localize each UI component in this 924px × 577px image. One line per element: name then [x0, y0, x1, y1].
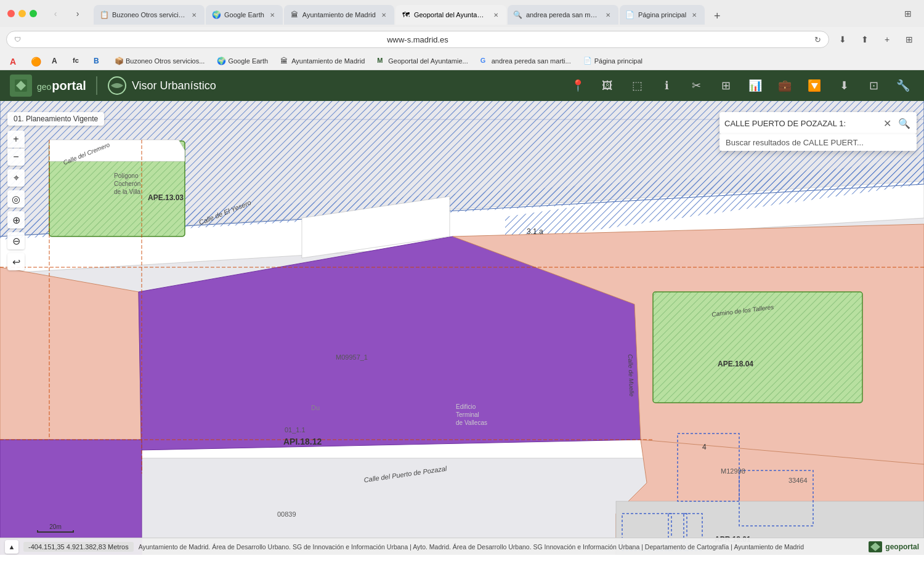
layer-label[interactable]: 01. Planeamiento Vigente: [7, 112, 104, 126]
tab-favicon-buzoneo: 📋: [100, 10, 108, 19]
search-input[interactable]: [724, 119, 877, 128]
tab-bar: 📋 Buzoneo Otros servicios... ✕ 🌍 Google …: [94, 2, 892, 25]
logo-geo-text: geo: [37, 82, 51, 92]
download-button[interactable]: ⬇: [834, 31, 851, 48]
status-bar: ▲ -404.151,35 4.921.382,83 Metros Ayunta…: [0, 538, 924, 555]
minimize-window-button[interactable]: [18, 10, 26, 17]
bookmark-ayuntamiento[interactable]: 🏛 Ayuntamiento de Madrid: [275, 54, 370, 68]
new-tab-button[interactable]: +: [708, 7, 726, 25]
tab-favicon-google-earth: 🌍: [212, 10, 221, 19]
left-controls: 01. Planeamiento Vigente + − ⌖ ◎ ⊕ ⊖ ↩: [7, 112, 104, 270]
bookmark-favicon-2: 🟠: [31, 57, 39, 65]
tab-close-andrea[interactable]: ✕: [604, 10, 612, 19]
tab-ayuntamiento[interactable]: 🏛 Ayuntamiento de Madrid ✕: [284, 5, 394, 25]
close-window-button[interactable]: [7, 10, 15, 17]
reload-button[interactable]: ↻: [814, 35, 821, 44]
bookmark-item-2[interactable]: 🟠: [26, 54, 44, 68]
bookmark-favicon-pagina2: 📄: [583, 57, 592, 65]
zoom-controls: + −: [7, 131, 104, 166]
search-box: ✕ 🔍: [719, 112, 917, 134]
nav-photo-button[interactable]: 🖼: [596, 75, 618, 97]
title-divider: [96, 76, 97, 95]
bookmark-pagina[interactable]: 📄 Página principal: [578, 54, 647, 68]
search-dropdown[interactable]: Buscar resultados de CALLE PUERT...: [719, 134, 917, 151]
nav-location-button[interactable]: 📍: [567, 75, 589, 97]
compass-button[interactable]: ◎: [7, 190, 25, 208]
logo-text: geo portal: [37, 79, 86, 93]
north-button[interactable]: ⌖: [7, 169, 25, 187]
tab-title-geoportal: Geoportal del Ayuntamie...: [414, 11, 488, 18]
search-clear-button[interactable]: ✕: [881, 117, 893, 129]
bookmark-favicon-5: B: [94, 57, 102, 65]
nav-select-button[interactable]: ⊡: [862, 75, 885, 97]
status-expand-button[interactable]: ▲: [5, 540, 18, 554]
bookmark-item-3[interactable]: A: [47, 54, 65, 68]
title-bar: ‹ › 📋 Buzoneo Otros servicios... ✕ 🌍 Goo…: [0, 0, 924, 27]
tab-geoportal[interactable]: 🗺 Geoportal del Ayuntamie... ✕: [395, 5, 506, 25]
bookmark-favicon-1: A: [10, 57, 18, 65]
browser-window: ‹ › 📋 Buzoneo Otros servicios... ✕ 🌍 Goo…: [0, 0, 924, 555]
search-button[interactable]: 🔍: [897, 116, 912, 131]
nav-settings-button[interactable]: 🔧: [892, 75, 914, 97]
nav-info-button[interactable]: ℹ: [655, 75, 678, 97]
nav-grid-button[interactable]: ⊞: [715, 75, 737, 97]
maximize-window-button[interactable]: [30, 10, 37, 17]
plus-circle-button[interactable]: ⊕: [7, 211, 25, 228]
tab-close-ayuntamiento[interactable]: ✕: [379, 10, 388, 19]
logo-portal-text: portal: [52, 79, 86, 93]
scale-bar: 20m: [37, 523, 74, 533]
add-bookmark-button[interactable]: +: [878, 31, 896, 48]
bookmark-label-google-earth: Google Earth: [228, 57, 268, 65]
url-display: www-s.madrid.es: [26, 35, 809, 44]
back-button[interactable]: ‹: [47, 5, 64, 22]
share-button[interactable]: ⬆: [856, 31, 873, 48]
minus-circle-button[interactable]: ⊖: [7, 232, 25, 249]
app-nav: geo portal Visor Urbanístico 📍 🖼 ⬚ ℹ ✂ ⊞…: [0, 70, 924, 101]
status-info-text: Ayuntamiento de Madrid. Área de Desarrol…: [139, 543, 864, 551]
bookmark-andrea[interactable]: G andrea pereda san marti...: [476, 54, 576, 68]
nav-briefcase-button[interactable]: 💼: [774, 75, 796, 97]
nav-filter-button[interactable]: 🔽: [803, 75, 825, 97]
nav-cut-button[interactable]: ✂: [685, 75, 707, 97]
nav-chart-button[interactable]: 📊: [744, 75, 766, 97]
bookmark-item-1[interactable]: A: [5, 54, 23, 68]
tab-buzoneo[interactable]: 📋 Buzoneo Otros servicios... ✕: [94, 5, 205, 25]
tab-favicon-andrea: 🔍: [514, 10, 522, 19]
tab-close-google-earth[interactable]: ✕: [268, 10, 277, 19]
bookmark-favicon-google-earth: 🌍: [217, 57, 225, 65]
zoom-out-button[interactable]: −: [7, 148, 25, 166]
scale-line: [37, 530, 74, 533]
bookmark-favicon-buzoneo: 📦: [115, 57, 123, 65]
nav-download-button[interactable]: ⬇: [833, 75, 855, 97]
tab-title-andrea: andrea pereda san marti...: [526, 11, 600, 18]
tab-andrea[interactable]: 🔍 andrea pereda san marti... ✕: [508, 5, 618, 25]
bookmark-geoportal[interactable]: M Geoportal del Ayuntamie...: [372, 54, 472, 68]
bookmark-buzoneo[interactable]: 📦 Buzoneo Otros servicios...: [110, 54, 209, 68]
zoom-in-button[interactable]: +: [7, 131, 25, 148]
visor-title-text: Visor Urbanístico: [132, 79, 216, 92]
tab-close-buzoneo[interactable]: ✕: [190, 10, 198, 19]
app-content: APE.13.03 APE.18.04 3.1.a M09957_1 01_1.…: [0, 70, 924, 555]
bookmark-google-earth[interactable]: 🌍 Google Earth: [212, 54, 273, 68]
bookmark-item-5[interactable]: B: [89, 54, 107, 68]
back-map-button[interactable]: ↩: [7, 253, 25, 270]
tab-favicon-pagina: 📄: [626, 10, 634, 19]
tab-favicon-ayuntamiento: 🏛: [290, 10, 299, 19]
tab-google-earth[interactable]: 🌍 Google Earth ✕: [206, 5, 283, 25]
app-logo: geo portal: [10, 75, 86, 97]
forward-button[interactable]: ›: [69, 5, 86, 22]
bookmark-favicon-4: fc: [73, 57, 81, 65]
nav-layers-button[interactable]: ⬚: [626, 75, 648, 97]
tab-close-pagina[interactable]: ✕: [690, 10, 699, 19]
visor-logo: Visor Urbanístico: [107, 76, 216, 95]
extensions-menu-button[interactable]: ⊞: [901, 31, 918, 48]
window-controls: [7, 10, 37, 17]
bookmark-bar: A 🟠 A fc B 📦 Buzoneo Otros servicios... …: [0, 52, 924, 70]
tab-close-geoportal[interactable]: ✕: [492, 10, 500, 19]
bookmark-favicon-ayuntamiento2: 🏛: [280, 57, 289, 65]
tab-pagina[interactable]: 📄 Página principal ✕: [620, 5, 705, 25]
tab-title-buzoneo: Buzoneo Otros servicios...: [112, 11, 186, 18]
extensions-button[interactable]: ⊞: [899, 5, 917, 22]
bookmark-item-4[interactable]: fc: [68, 54, 86, 68]
address-bar[interactable]: 🛡 www-s.madrid.es ↻: [6, 31, 829, 48]
